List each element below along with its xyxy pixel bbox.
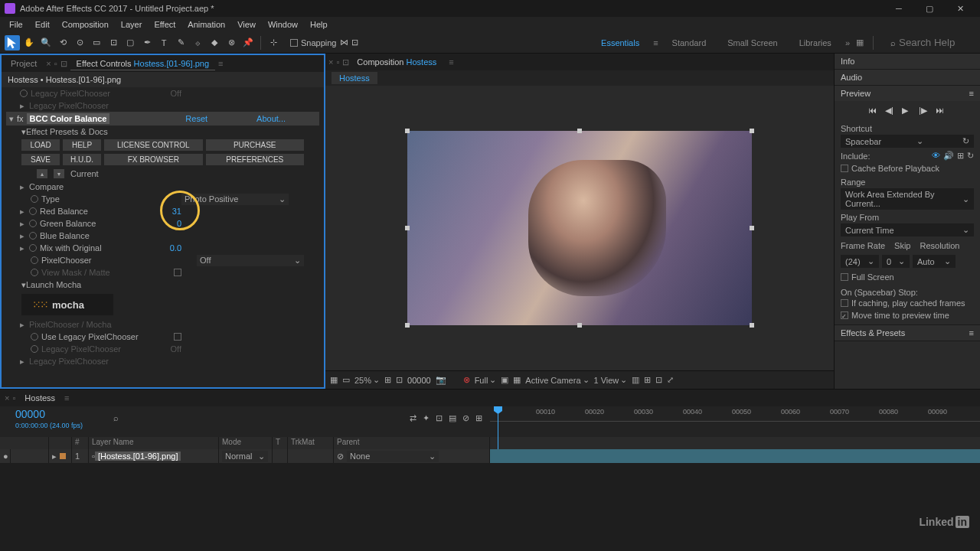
time-display[interactable]: 00000 bbox=[407, 376, 431, 385]
close-button[interactable]: ✕ bbox=[945, 0, 975, 17]
shape-tool[interactable]: ▢ bbox=[122, 35, 138, 51]
menu-edit[interactable]: Edit bbox=[29, 18, 56, 31]
handle-mr[interactable] bbox=[750, 226, 754, 230]
brush-tool[interactable]: ✎ bbox=[173, 35, 188, 51]
workspace-libraries[interactable]: Libraries bbox=[792, 35, 839, 51]
expand-icon[interactable]: ▸ bbox=[20, 182, 26, 192]
effects-presets-header[interactable]: Effects & Presets≡ bbox=[835, 325, 980, 341]
view-icon4[interactable]: ⤢ bbox=[667, 375, 674, 385]
menu-help[interactable]: Help bbox=[304, 18, 334, 31]
orbit-tool[interactable]: ⟲ bbox=[55, 35, 70, 51]
tab-project[interactable]: Project bbox=[5, 57, 43, 70]
reset-icon[interactable]: ↻ bbox=[962, 136, 969, 146]
tab-close-icon[interactable]: × bbox=[328, 57, 333, 67]
parent-dropdown[interactable]: None⌄ bbox=[347, 451, 439, 462]
tl-icon4[interactable]: ▤ bbox=[449, 413, 456, 423]
lock-icon[interactable]: ▫ bbox=[12, 393, 15, 403]
tab-close-icon[interactable]: × bbox=[46, 59, 51, 68]
layer-row[interactable]: ● ▸ 1 ▫[Hostess.[01-96].png] Normal⌄ ⊘No… bbox=[0, 449, 490, 463]
pickwhip-icon[interactable]: ⊘ bbox=[337, 452, 344, 461]
channel-icon[interactable]: ⊗ bbox=[463, 375, 470, 385]
framerate-dropdown[interactable]: (24)⌄ bbox=[841, 255, 879, 268]
resolution-dropdown[interactable]: Full⌄ bbox=[475, 375, 497, 385]
puppet-tool[interactable]: 📌 bbox=[240, 35, 256, 51]
up-button[interactable]: ▴ bbox=[37, 169, 47, 178]
search-icon[interactable]: ⌕ bbox=[113, 413, 119, 422]
type-dropdown[interactable]: Photo Positive⌄ bbox=[181, 194, 289, 205]
movetime-checkbox[interactable] bbox=[841, 311, 848, 319]
expand-icon[interactable]: ▸ bbox=[20, 231, 26, 241]
selection-tool[interactable] bbox=[5, 35, 20, 51]
handle-tc[interactable] bbox=[577, 129, 582, 133]
help-button[interactable]: HELP bbox=[63, 139, 101, 151]
eye-icon[interactable]: ● bbox=[3, 452, 8, 461]
mode-dropdown[interactable]: Normal⌄ bbox=[222, 451, 268, 462]
res-icon[interactable]: ⊞ bbox=[384, 375, 391, 385]
workspace-standard[interactable]: Standard bbox=[665, 35, 714, 51]
stopwatch-icon[interactable] bbox=[31, 256, 38, 264]
stopwatch-icon[interactable] bbox=[29, 244, 37, 252]
overlay-icon[interactable]: ⊞ bbox=[957, 151, 964, 161]
expand-icon[interactable]: ▾ bbox=[9, 114, 14, 124]
pen-tool[interactable]: ✒ bbox=[139, 35, 155, 51]
license-button[interactable]: LICENSE CONTROL bbox=[104, 139, 203, 151]
handle-ml[interactable] bbox=[405, 226, 410, 230]
first-frame-button[interactable]: ⏮ bbox=[868, 106, 879, 116]
green-balance-value[interactable]: 0 bbox=[177, 219, 181, 228]
minimize-button[interactable]: ─ bbox=[884, 0, 914, 17]
comp-subtab[interactable]: Hostess bbox=[332, 72, 377, 84]
loop-icon[interactable]: ↻ bbox=[967, 151, 974, 161]
view-icon1[interactable]: ▥ bbox=[632, 375, 639, 385]
grid-icon[interactable]: ▦ bbox=[330, 375, 338, 385]
monitor-icon[interactable]: ▭ bbox=[342, 375, 350, 385]
hud-button[interactable]: H.U.D. bbox=[63, 154, 101, 165]
fullscreen-checkbox[interactable] bbox=[841, 273, 848, 281]
ifcaching-checkbox[interactable] bbox=[841, 299, 848, 307]
use-legacy-checkbox[interactable] bbox=[174, 333, 181, 341]
handle-bl[interactable] bbox=[405, 323, 410, 328]
pixelchooser-dropdown[interactable]: Off⌄ bbox=[197, 255, 304, 266]
playfrom-dropdown[interactable]: Current Time⌄ bbox=[841, 223, 974, 236]
workspace-small-screen[interactable]: Small Screen bbox=[720, 35, 785, 51]
res-dropdown[interactable]: Auto⌄ bbox=[913, 255, 956, 268]
handle-bc[interactable] bbox=[577, 323, 582, 328]
snapshot-icon[interactable]: 📷 bbox=[436, 375, 446, 385]
skip-dropdown[interactable]: 0⌄ bbox=[882, 255, 910, 268]
tab-close-icon[interactable]: × bbox=[5, 393, 9, 403]
clone-tool[interactable]: ⟐ bbox=[190, 35, 205, 51]
transparency-icon[interactable]: ▦ bbox=[513, 375, 521, 385]
tl-icon3[interactable]: ⊡ bbox=[436, 413, 443, 423]
zoom-dropdown[interactable]: 25%⌄ bbox=[354, 375, 380, 385]
hamburger-icon[interactable]: ≡ bbox=[653, 38, 658, 47]
eye-icon[interactable]: 👁 bbox=[932, 151, 940, 161]
menu-view[interactable]: View bbox=[231, 18, 262, 31]
tl-icon2[interactable]: ✦ bbox=[423, 413, 430, 423]
stopwatch-icon[interactable] bbox=[29, 232, 37, 240]
handle-tl[interactable] bbox=[405, 129, 410, 133]
snapping-checkbox[interactable] bbox=[290, 39, 298, 47]
load-button[interactable]: LOAD bbox=[21, 139, 60, 151]
stopwatch-icon[interactable] bbox=[29, 220, 37, 227]
tl-icon5[interactable]: ⊘ bbox=[462, 413, 469, 423]
mix-value[interactable]: 0.0 bbox=[170, 243, 181, 253]
view-dropdown[interactable]: 1 View⌄ bbox=[594, 375, 628, 385]
roi-icon[interactable]: ▣ bbox=[501, 375, 508, 385]
layer-track[interactable] bbox=[490, 449, 980, 463]
menu-effect[interactable]: Effect bbox=[148, 18, 181, 31]
maximize-button[interactable]: ▢ bbox=[914, 0, 945, 17]
local-axis-icon[interactable]: ⊹ bbox=[266, 35, 281, 51]
speaker-icon[interactable]: 🔊 bbox=[943, 151, 954, 161]
timeline-body[interactable] bbox=[0, 463, 980, 551]
handle-tr[interactable] bbox=[750, 129, 754, 133]
expand-icon[interactable]: ▸ bbox=[20, 243, 26, 253]
fx-toggle-icon[interactable]: fx bbox=[17, 114, 24, 123]
expand-icon[interactable]: ▸ bbox=[20, 219, 26, 229]
workspace-grid-icon[interactable]: ▦ bbox=[856, 37, 864, 47]
timeline-ruler[interactable]: 00010 00020 00030 00040 00050 00060 0007… bbox=[490, 406, 980, 422]
range-dropdown[interactable]: Work Area Extended By Current...⌄ bbox=[841, 188, 974, 210]
purchase-button[interactable]: PURCHASE bbox=[206, 139, 305, 151]
panel-menu-icon[interactable]: ≡ bbox=[969, 328, 974, 337]
about-button[interactable]: About... bbox=[256, 114, 286, 123]
stopwatch-icon[interactable] bbox=[29, 207, 37, 215]
safe-icon[interactable]: ⊡ bbox=[396, 375, 403, 385]
